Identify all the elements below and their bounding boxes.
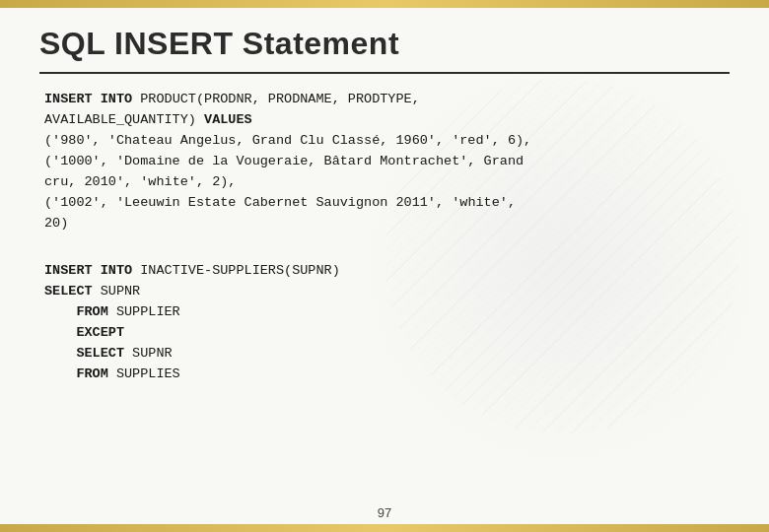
slide-container: SQL INSERT Statement INSERT INTO PRODUCT… bbox=[0, 0, 769, 532]
keyword-insert-2: INSERT INTO bbox=[44, 263, 132, 278]
keyword-except: EXCEPT bbox=[76, 325, 124, 340]
code-block-1: INSERT INTO PRODUCT(PRODNR, PRODNAME, PR… bbox=[44, 90, 725, 233]
code-text-2: ('980', 'Chateau Angelus, Grand Clu Clas… bbox=[44, 133, 531, 189]
content-area: INSERT INTO PRODUCT(PRODNR, PRODNAME, PR… bbox=[0, 74, 769, 501]
keyword-from-1: FROM bbox=[76, 304, 107, 319]
code-block-2: INSERT INTO INACTIVE-SUPPLIERS(SUPNR) SE… bbox=[44, 261, 725, 385]
white-value-2: white bbox=[459, 195, 500, 210]
code-section-2: INSERT INTO INACTIVE-SUPPLIERS(SUPNR) SE… bbox=[44, 261, 725, 385]
keyword-select-2: SELECT bbox=[76, 346, 124, 361]
keyword-values: VALUES bbox=[204, 112, 252, 127]
slide-title: SQL INSERT Statement bbox=[39, 26, 730, 62]
top-bar bbox=[0, 0, 769, 8]
keyword-insert-1: INSERT INTO bbox=[44, 92, 132, 106]
code-text-5: INACTIVE-SUPPLIERS(SUPNR) bbox=[132, 263, 340, 278]
page-number: 97 bbox=[378, 505, 391, 520]
keyword-from-2: FROM bbox=[76, 366, 107, 381]
code-text-10: SUPPLIES bbox=[108, 366, 180, 381]
page-number-area: 97 bbox=[0, 501, 769, 524]
keyword-select-1: SELECT bbox=[44, 284, 93, 299]
bottom-bar bbox=[0, 524, 769, 532]
title-section: SQL INSERT Statement bbox=[0, 8, 769, 72]
white-value-1: white bbox=[148, 174, 188, 189]
code-text-8 bbox=[44, 346, 76, 361]
code-section-1: INSERT INTO PRODUCT(PRODNR, PRODNAME, PR… bbox=[44, 90, 725, 233]
